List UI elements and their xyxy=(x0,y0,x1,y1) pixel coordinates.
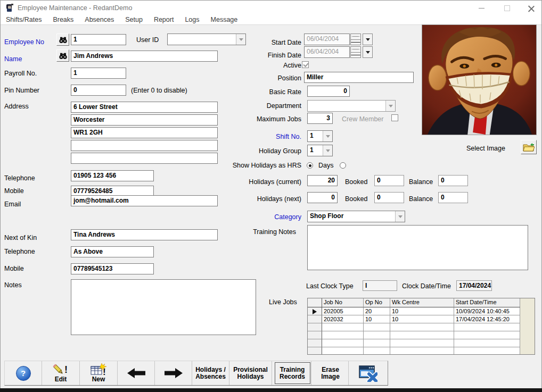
holidays-current-field[interactable]: 20 xyxy=(307,175,338,186)
provisional-holidays-button[interactable]: Provisional Holidays xyxy=(229,361,272,385)
training-records-button[interactable]: Training Records xyxy=(274,361,311,385)
start-date-spinner[interactable] xyxy=(350,34,361,45)
close-icon xyxy=(528,5,535,12)
address-line-4[interactable] xyxy=(71,140,218,151)
selector-header-cell xyxy=(308,298,322,307)
menu-setup[interactable]: Setup xyxy=(125,16,143,23)
menu-message[interactable]: Message xyxy=(211,16,238,23)
kin-mobile-field[interactable]: 07789545123 xyxy=(71,263,154,274)
start-date-dropdown[interactable] xyxy=(363,34,373,45)
find-employee-button[interactable] xyxy=(56,34,69,46)
email-field[interactable]: jom@hotmail.com xyxy=(71,195,218,206)
next-of-kin-label: Next of Kin xyxy=(4,234,37,241)
next-of-kin-field[interactable]: Tina Andrews xyxy=(71,229,218,240)
clock-datetime-label: Clock Date/Time xyxy=(402,282,451,290)
spin-down-icon[interactable] xyxy=(350,39,361,46)
live-jobs-table: Job No Op No Wk Centre Start Date/Time 2… xyxy=(307,298,535,355)
chevron-down-icon xyxy=(385,101,395,111)
booked-next-label: Booked xyxy=(345,195,367,203)
row-selector[interactable] xyxy=(308,315,322,323)
help-icon: ? xyxy=(16,366,31,381)
holidays-next-field[interactable]: 0 xyxy=(307,192,338,203)
binoculars-icon xyxy=(59,52,68,60)
training-notes-textarea[interactable] xyxy=(307,225,528,270)
hrs-radio[interactable] xyxy=(307,162,313,169)
address-line-3[interactable]: WR1 2GH xyxy=(71,127,218,138)
telephone-field[interactable]: 01905 123 456 xyxy=(71,170,154,181)
holiday-group-combo[interactable]: 1 xyxy=(307,145,333,156)
finish-date-label: Finish Date xyxy=(234,52,301,59)
holidays-absences-label-line1: Holidays / xyxy=(195,366,226,373)
row-selector[interactable] xyxy=(308,307,322,315)
arrow-right-icon xyxy=(165,368,183,378)
balance-current-field: 0 xyxy=(438,175,468,186)
menu-shifts-rates[interactable]: Shifts/Rates xyxy=(6,16,42,23)
holidays-current-label: Holidays (current) xyxy=(234,178,301,186)
pin-field[interactable]: 0 xyxy=(71,85,126,96)
holidays-absences-button[interactable]: Holidays / Absences xyxy=(192,361,229,385)
shift-no-combo[interactable]: 1 xyxy=(307,130,333,142)
employee-maintenance-window: Employee Maintenance - RedantDemo Shifts… xyxy=(0,0,542,392)
clock-datetime-field: 17/04/2024 xyxy=(456,280,492,291)
erase-image-label-line2: Image xyxy=(321,373,340,380)
kin-telephone-field[interactable]: As Above xyxy=(71,246,154,257)
address-line-2[interactable]: Worcester xyxy=(71,114,218,126)
maximize-button[interactable] xyxy=(499,3,515,14)
minimize-button[interactable] xyxy=(473,3,489,14)
window-bottom-edge xyxy=(0,388,542,392)
finish-date-spinner[interactable] xyxy=(350,46,361,58)
find-name-button[interactable] xyxy=(56,49,69,62)
menu-logs[interactable]: Logs xyxy=(185,16,199,23)
booked-next-field: 0 xyxy=(374,192,404,203)
menu-breaks[interactable]: Breaks xyxy=(53,16,73,23)
erase-image-button[interactable]: Erase Image xyxy=(313,361,349,385)
employee-no-field[interactable]: 1 xyxy=(71,34,126,45)
spin-up-icon[interactable] xyxy=(350,34,361,39)
maximize-icon xyxy=(504,5,510,11)
employee-photo xyxy=(422,24,537,135)
basic-rate-field[interactable]: 0 xyxy=(307,86,350,97)
days-radio[interactable] xyxy=(340,162,346,169)
name-field[interactable]: Jim Andrews xyxy=(71,51,218,62)
notes-textarea[interactable] xyxy=(71,279,256,335)
exit-button[interactable] xyxy=(349,361,387,385)
spin-down-icon[interactable] xyxy=(350,52,361,59)
previous-record-button[interactable] xyxy=(118,361,155,385)
shift-no-value: 1 xyxy=(308,131,323,141)
chevron-down-icon xyxy=(323,145,332,156)
erase-image-label-line1: Erase xyxy=(322,366,339,373)
edit-button[interactable]: ! Edit xyxy=(42,361,80,385)
crew-member-label: Crew Member xyxy=(342,115,384,123)
close-button[interactable] xyxy=(523,3,539,14)
address-line-1[interactable]: 6 Lower Street xyxy=(71,102,218,113)
window-title: Employee Maintenance - RedantDemo xyxy=(18,4,132,12)
table-row-empty xyxy=(308,347,535,355)
payroll-field[interactable]: 1 xyxy=(71,68,126,79)
mobile-label: Mobile xyxy=(4,187,24,195)
select-image-button[interactable] xyxy=(521,140,537,154)
cell-op-no: 10 xyxy=(364,315,390,323)
telephone-label: Telephone xyxy=(4,174,35,182)
category-combo[interactable]: Shop Floor xyxy=(307,211,405,222)
notes-label: Notes xyxy=(4,281,22,289)
new-button[interactable]: ! New xyxy=(80,361,118,385)
position-field[interactable]: Miller xyxy=(304,72,414,83)
max-jobs-field[interactable]: 3 xyxy=(307,113,333,124)
table-row[interactable]: 202032 10 10 17/04/2024 12:45:20 xyxy=(308,315,535,323)
table-row[interactable]: 202005 20 10 10/09/2024 10:40:45 xyxy=(308,307,535,315)
user-id-value xyxy=(168,34,236,45)
help-button[interactable]: ? xyxy=(5,361,42,385)
minimize-icon xyxy=(479,8,484,9)
provisional-holidays-label-line1: Provisional xyxy=(233,366,268,373)
address-line-5[interactable] xyxy=(71,153,218,164)
binoculars-icon xyxy=(59,36,68,44)
last-clock-type-label: Last Clock Type xyxy=(306,282,354,290)
balance-current-label: Balance xyxy=(409,178,433,186)
last-clock-type-field: I xyxy=(363,280,397,291)
next-record-button[interactable] xyxy=(155,361,192,385)
spin-up-icon[interactable] xyxy=(350,46,361,52)
finish-date-dropdown[interactable] xyxy=(363,46,373,58)
booked-current-field: 0 xyxy=(374,175,404,186)
menu-absences[interactable]: Absences xyxy=(85,16,114,23)
menu-report[interactable]: Report xyxy=(154,16,174,23)
